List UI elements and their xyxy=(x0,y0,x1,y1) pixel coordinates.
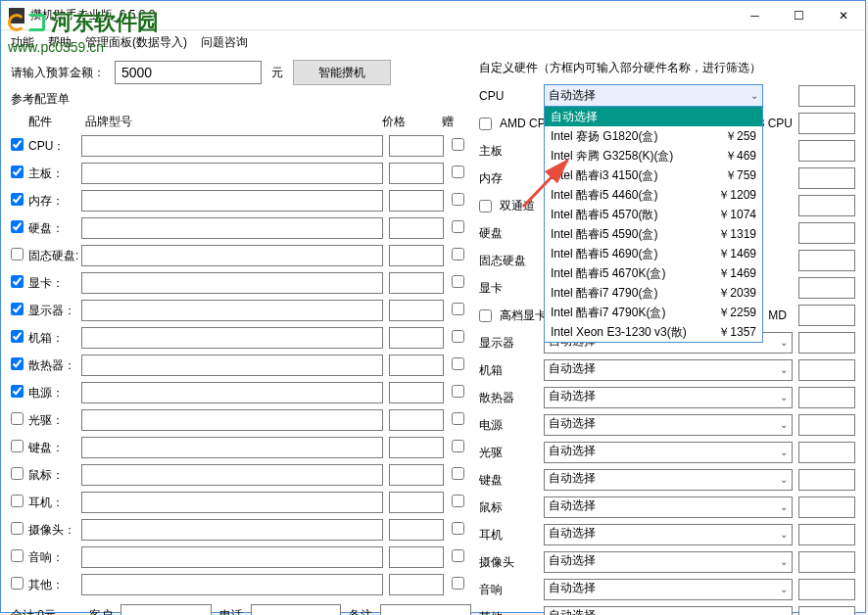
hw-filter-input[interactable] xyxy=(798,167,855,189)
dropdown-selected[interactable]: 自动选择 ⌄ xyxy=(545,85,762,107)
brand-model-input[interactable] xyxy=(81,217,383,239)
dropdown-option[interactable]: Intel 酷睿i5 4460(盒)￥1209 xyxy=(545,185,762,205)
dropdown-option[interactable]: Intel 酷睿i5 4690(盒)￥1469 xyxy=(545,244,762,263)
remark-input[interactable] xyxy=(380,604,471,615)
hw-filter-input[interactable] xyxy=(798,551,855,573)
close-button[interactable]: ✕ xyxy=(821,1,865,30)
dropdown-option[interactable]: Intel 赛扬 G1820(盒)￥259 xyxy=(545,126,762,146)
brand-model-input[interactable] xyxy=(81,245,383,266)
price-input[interactable] xyxy=(389,272,444,294)
option-checkbox[interactable] xyxy=(479,200,492,213)
hw-filter-input[interactable] xyxy=(798,414,855,436)
brand-model-input[interactable] xyxy=(81,437,383,458)
part-checkbox[interactable] xyxy=(11,330,24,343)
dropdown-option[interactable]: Intel 酷睿i5 4590(盒)￥1319 xyxy=(545,224,762,244)
gift-checkbox[interactable] xyxy=(452,220,464,233)
hw-filter-input[interactable] xyxy=(798,524,855,545)
dropdown-option[interactable]: Intel 酷睿i3 4150(盒)￥759 xyxy=(545,166,762,185)
brand-model-input[interactable] xyxy=(81,519,383,541)
price-input[interactable] xyxy=(389,546,444,568)
price-input[interactable] xyxy=(389,245,444,266)
hw-filter-input[interactable] xyxy=(798,113,855,134)
gift-checkbox[interactable] xyxy=(452,549,464,562)
part-checkbox[interactable] xyxy=(11,138,24,151)
price-input[interactable] xyxy=(389,300,444,321)
gift-checkbox[interactable] xyxy=(452,412,464,425)
hw-select[interactable]: 自动选择⌄ xyxy=(544,442,793,463)
gift-checkbox[interactable] xyxy=(452,440,464,452)
price-input[interactable] xyxy=(389,163,444,184)
hw-select[interactable]: 自动选择⌄ xyxy=(544,524,793,545)
part-checkbox[interactable] xyxy=(11,220,24,233)
price-input[interactable] xyxy=(389,409,444,431)
maximize-button[interactable]: ☐ xyxy=(777,1,821,30)
price-input[interactable] xyxy=(389,519,444,541)
hw-filter-input[interactable] xyxy=(798,469,855,491)
part-checkbox[interactable] xyxy=(11,248,24,260)
part-checkbox[interactable] xyxy=(11,303,24,315)
price-input[interactable] xyxy=(389,327,444,349)
gift-checkbox[interactable] xyxy=(452,385,464,398)
hw-select[interactable]: 自动选择⌄ xyxy=(544,551,793,573)
menu-function[interactable]: 功能 xyxy=(11,34,34,51)
dropdown-option[interactable]: Intel 酷睿i7 4790(盒)￥2039 xyxy=(545,283,762,303)
dropdown-option[interactable]: Intel Xeon E3-1230 v3(散)￥1357 xyxy=(545,322,762,342)
gift-checkbox[interactable] xyxy=(452,495,464,507)
option-checkbox[interactable] xyxy=(479,309,492,322)
gift-checkbox[interactable] xyxy=(452,138,464,151)
menu-admin[interactable]: 管理面板(数据导入) xyxy=(85,34,187,51)
dropdown-option[interactable]: Intel 酷睿i7 4790K(盒)￥2259 xyxy=(545,303,762,322)
price-input[interactable] xyxy=(389,464,444,486)
smart-build-button[interactable]: 智能攒机 xyxy=(293,60,391,85)
part-checkbox[interactable] xyxy=(11,357,24,370)
customer-input[interactable] xyxy=(121,604,212,615)
menu-help[interactable]: 帮助 xyxy=(48,34,72,51)
hw-filter-input[interactable] xyxy=(798,250,855,271)
part-checkbox[interactable] xyxy=(11,549,24,562)
hw-filter-input[interactable] xyxy=(798,387,855,408)
gift-checkbox[interactable] xyxy=(452,467,464,480)
option-checkbox[interactable] xyxy=(479,118,492,130)
hw-filter-input[interactable] xyxy=(798,277,855,299)
gift-checkbox[interactable] xyxy=(452,193,464,206)
hw-select[interactable]: 自动选择⌄ xyxy=(544,414,793,436)
gift-checkbox[interactable] xyxy=(452,330,464,343)
hw-filter-input[interactable] xyxy=(798,332,855,354)
hw-filter-input[interactable] xyxy=(798,606,855,615)
hw-filter-input[interactable] xyxy=(798,442,855,463)
part-checkbox[interactable] xyxy=(11,522,24,535)
part-checkbox[interactable] xyxy=(11,275,24,288)
gift-checkbox[interactable] xyxy=(452,275,464,288)
price-input[interactable] xyxy=(389,382,444,403)
menu-faq[interactable]: 问题咨询 xyxy=(201,34,248,51)
gift-checkbox[interactable] xyxy=(452,248,464,260)
part-checkbox[interactable] xyxy=(11,166,24,178)
hw-filter-input[interactable] xyxy=(798,359,855,381)
hw-select[interactable]: 自动选择⌄ xyxy=(544,606,793,615)
phone-input[interactable] xyxy=(251,604,342,615)
gift-checkbox[interactable] xyxy=(452,357,464,370)
price-input[interactable] xyxy=(389,355,444,376)
hw-select[interactable]: 自动选择⌄ xyxy=(544,497,793,518)
brand-model-input[interactable] xyxy=(81,546,383,568)
cpu-dropdown-list[interactable]: 自动选择 ⌄ 自动选择 Intel 赛扬 G1820(盒)￥259Intel 奔… xyxy=(544,84,763,343)
hw-select[interactable]: 自动选择⌄ xyxy=(544,387,793,408)
part-checkbox[interactable] xyxy=(11,577,24,590)
brand-model-input[interactable] xyxy=(81,382,383,403)
brand-model-input[interactable] xyxy=(81,163,383,184)
part-checkbox[interactable] xyxy=(11,193,24,206)
part-checkbox[interactable] xyxy=(11,495,24,507)
dropdown-option[interactable]: Intel 酷睿i5 4670K(盒)￥1469 xyxy=(545,263,762,283)
price-input[interactable] xyxy=(389,135,444,157)
brand-model-input[interactable] xyxy=(81,300,383,321)
gift-checkbox[interactable] xyxy=(452,166,464,178)
brand-model-input[interactable] xyxy=(81,464,383,486)
price-input[interactable] xyxy=(389,437,444,458)
minimize-button[interactable]: ─ xyxy=(733,1,777,30)
hw-filter-input[interactable] xyxy=(798,305,855,326)
dropdown-option[interactable]: Intel 酷睿i5 4570(散)￥1074 xyxy=(545,205,762,224)
dropdown-option[interactable]: Intel 奔腾 G3258(K)(盒)￥469 xyxy=(545,146,762,166)
gift-checkbox[interactable] xyxy=(452,522,464,535)
brand-model-input[interactable] xyxy=(81,327,383,349)
part-checkbox[interactable] xyxy=(11,412,24,425)
